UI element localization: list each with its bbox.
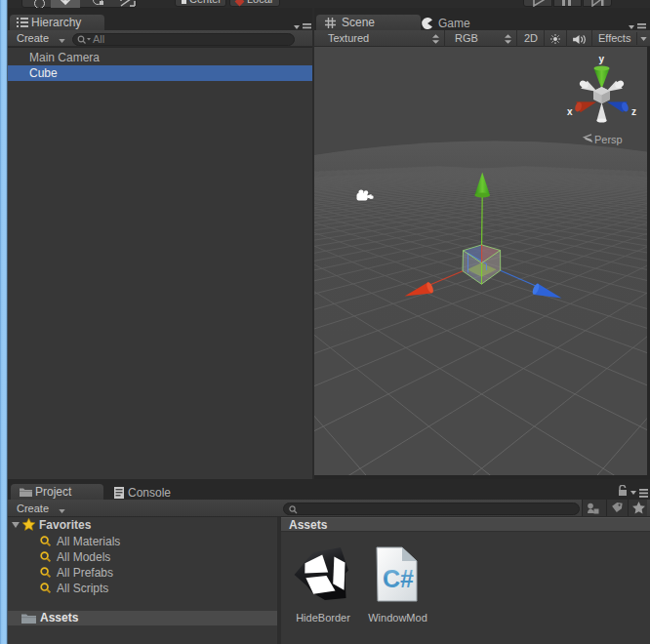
svg-text:Persp: Persp	[594, 134, 623, 145]
svg-text:x: x	[567, 106, 573, 117]
svg-text:y: y	[599, 54, 605, 64]
svg-text:C#: C#	[383, 565, 414, 592]
svg-text:z: z	[631, 106, 636, 117]
